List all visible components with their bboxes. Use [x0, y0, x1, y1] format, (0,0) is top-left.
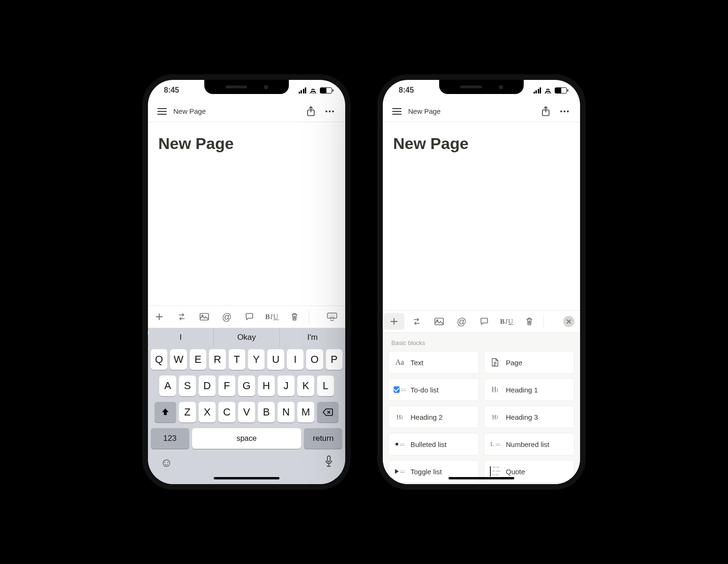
app-header: New Page — [148, 101, 345, 122]
key-return[interactable]: return — [304, 428, 342, 449]
block-option-todo[interactable]: To-do list — [388, 378, 479, 401]
key-e[interactable]: E — [190, 349, 206, 370]
keyboard-suggestions: I Okay I'm — [148, 328, 345, 346]
dismiss-keyboard-button[interactable] — [322, 308, 342, 325]
h1-icon: H1 — [489, 384, 501, 396]
close-picker-button[interactable] — [563, 316, 574, 327]
key-b[interactable]: B — [258, 402, 275, 423]
h2-icon: H2 — [394, 411, 406, 423]
key-m[interactable]: M — [297, 402, 314, 423]
todo-icon — [394, 384, 406, 396]
block-option-bulleted[interactable]: Bulleted list — [388, 433, 479, 455]
key-shift[interactable] — [155, 402, 176, 423]
battery-icon — [320, 87, 332, 94]
key-s[interactable]: S — [179, 376, 196, 396]
block-option-h3[interactable]: H3 Heading 3 — [484, 406, 574, 428]
phone-left-mockup: 8:45 New Page New Page — [148, 80, 345, 484]
status-time: 8:45 — [399, 86, 414, 94]
add-block-button[interactable] — [149, 308, 170, 325]
key-v[interactable]: V — [238, 402, 255, 423]
page-content[interactable]: New Page — [148, 122, 345, 165]
delete-button[interactable] — [519, 313, 540, 330]
menu-button[interactable] — [392, 108, 402, 115]
block-option-page[interactable]: Page — [484, 351, 574, 374]
block-option-text[interactable]: Aa Text — [388, 351, 479, 374]
app-header: New Page — [383, 101, 580, 122]
device-notch — [439, 80, 524, 94]
key-j[interactable]: J — [278, 376, 294, 396]
ios-keyboard: I Okay I'm Q W E R T Y U I O P A S D F — [148, 328, 345, 484]
add-image-button[interactable] — [429, 313, 449, 330]
mention-button[interactable]: @ — [451, 313, 472, 330]
suggestion-2[interactable]: Okay — [214, 328, 279, 346]
wifi-icon — [544, 87, 552, 94]
key-backspace[interactable] — [317, 402, 339, 423]
block-option-numbered[interactable]: 1. Numbered list — [484, 433, 574, 455]
cellular-signal-icon — [299, 87, 307, 94]
menu-button[interactable] — [157, 108, 167, 115]
suggestion-3[interactable]: I'm — [280, 328, 345, 346]
block-option-h1[interactable]: H1 Heading 1 — [484, 378, 574, 401]
key-o[interactable]: O — [306, 349, 323, 370]
delete-button[interactable] — [284, 308, 305, 325]
key-d[interactable]: D — [199, 376, 216, 396]
editor-toolbar: @ BIU — [383, 310, 580, 333]
picker-heading: Basic blocks — [388, 337, 574, 351]
quote-icon: To beor notto be — [489, 465, 501, 478]
svg-rect-6 — [435, 318, 443, 325]
page-title[interactable]: New Page — [393, 134, 570, 153]
key-n[interactable]: N — [278, 402, 294, 423]
key-y[interactable]: Y — [248, 349, 264, 370]
block-option-h2[interactable]: H2 Heading 2 — [388, 406, 479, 428]
bullet-icon — [394, 438, 406, 450]
add-block-button[interactable] — [384, 313, 404, 330]
battery-icon — [555, 87, 567, 94]
turn-into-button[interactable] — [171, 308, 192, 325]
key-h[interactable]: H — [258, 376, 275, 396]
toggle-icon — [394, 465, 406, 478]
key-a[interactable]: A — [159, 376, 176, 396]
emoji-button[interactable]: ☺ — [160, 455, 173, 470]
key-i[interactable]: I — [287, 349, 303, 370]
key-k[interactable]: K — [297, 376, 314, 396]
block-picker-panel: Basic blocks Aa Text Page To-do list — [383, 333, 580, 484]
home-indicator[interactable] — [214, 477, 279, 479]
mention-button[interactable]: @ — [217, 308, 237, 325]
breadcrumb[interactable]: New Page — [408, 107, 441, 115]
key-numbers[interactable]: 123 — [151, 428, 189, 449]
key-g[interactable]: G — [238, 376, 255, 396]
key-z[interactable]: Z — [179, 402, 196, 423]
page-title[interactable]: New Page — [158, 134, 335, 153]
breadcrumb[interactable]: New Page — [173, 107, 206, 115]
key-u[interactable]: U — [267, 349, 284, 370]
text-icon: Aa — [394, 356, 406, 368]
more-button[interactable] — [324, 105, 336, 118]
key-c[interactable]: C — [218, 402, 235, 423]
key-space[interactable]: space — [192, 428, 302, 449]
dictation-button[interactable] — [325, 455, 333, 470]
key-f[interactable]: F — [218, 376, 235, 396]
turn-into-button[interactable] — [406, 313, 427, 330]
key-r[interactable]: R — [209, 349, 225, 370]
key-x[interactable]: X — [199, 402, 216, 423]
key-w[interactable]: W — [170, 349, 186, 370]
numbered-icon: 1. — [489, 438, 501, 450]
key-q[interactable]: Q — [151, 349, 167, 370]
suggestion-1[interactable]: I — [148, 328, 214, 346]
comment-button[interactable] — [474, 313, 495, 330]
comment-button[interactable] — [239, 308, 260, 325]
more-button[interactable] — [558, 105, 571, 118]
home-indicator[interactable] — [449, 477, 514, 479]
key-t[interactable]: T — [229, 349, 245, 370]
text-style-button[interactable]: BIU — [262, 308, 282, 325]
key-l[interactable]: L — [317, 376, 334, 396]
device-notch — [204, 80, 289, 94]
text-style-button[interactable]: BIU — [496, 313, 517, 330]
share-button[interactable] — [540, 105, 552, 118]
phone-right-mockup: 8:45 New Page New Page — [383, 80, 580, 484]
add-image-button[interactable] — [194, 308, 215, 325]
page-content[interactable]: New Page — [383, 122, 580, 165]
key-p[interactable]: P — [326, 349, 342, 370]
share-button[interactable] — [305, 105, 317, 118]
wifi-icon — [309, 87, 317, 94]
